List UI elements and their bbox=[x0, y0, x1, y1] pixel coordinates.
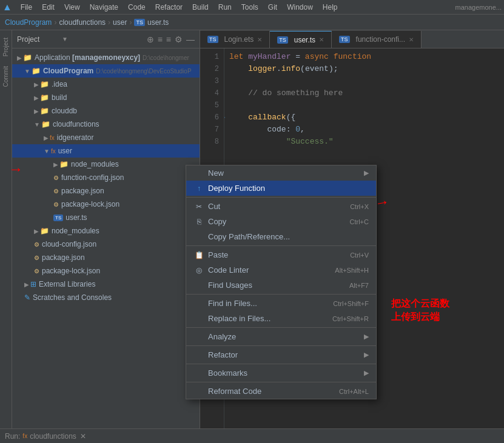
expand-arrow: ▼ bbox=[34, 121, 40, 128]
ctx-label-cut: Cut bbox=[208, 202, 350, 211]
submenu-arrow-refactor: ▶ bbox=[364, 351, 369, 359]
breadcrumb-part-2[interactable]: cloudfunctions bbox=[59, 18, 106, 27]
tree-item-cloudprogram[interactable]: ▼ 📁 CloudProgram D:\code\hongmeng\DevEco… bbox=[12, 64, 200, 78]
tab-close-icon[interactable]: ✕ bbox=[409, 36, 414, 43]
tree-item-clouddb[interactable]: ▶ 📁 clouddb bbox=[12, 104, 200, 118]
settings-icon[interactable]: ⚙ bbox=[175, 35, 183, 44]
tree-item-idea[interactable]: ▶ 📁 .idea bbox=[12, 78, 200, 91]
locate-icon[interactable]: ⊕ bbox=[147, 35, 154, 44]
ctx-item-cut[interactable]: ✂ Cut Ctrl+X bbox=[186, 199, 376, 214]
tab-user-ts[interactable]: TS user.ts ✕ bbox=[270, 31, 332, 48]
item-label: build bbox=[52, 93, 67, 102]
item-label: user.ts bbox=[66, 213, 87, 222]
breadcrumb-part-1[interactable]: CloudProgram bbox=[5, 18, 52, 27]
submenu-arrow-analyze: ▶ bbox=[364, 333, 369, 341]
ctx-label-find-usages: Find Usages bbox=[208, 281, 349, 290]
menu-edit[interactable]: Edit bbox=[37, 2, 59, 13]
expand-icon[interactable]: ≡ bbox=[166, 35, 171, 44]
tab-login[interactable]: TS Login.ets ✕ bbox=[200, 31, 270, 48]
tree-item-user-ts[interactable]: TS user.ts bbox=[12, 211, 200, 224]
menu-build[interactable]: Build bbox=[187, 2, 213, 13]
run-fx-icon: fx bbox=[22, 433, 27, 439]
tree-item-user[interactable]: ▼ fx user bbox=[12, 144, 200, 158]
shortcut-find-files: Ctrl+Shift+F bbox=[333, 300, 369, 307]
separator bbox=[186, 382, 376, 382]
folder-icon: 📁 bbox=[41, 120, 50, 128]
item-label: idgenerator bbox=[57, 133, 94, 142]
lib-icon: ⊞ bbox=[30, 280, 36, 288]
ctx-item-refactor[interactable]: Refactor ▶ bbox=[186, 347, 376, 362]
ctx-item-find-usages[interactable]: Find Usages Alt+F7 bbox=[186, 278, 376, 293]
menu-help[interactable]: Help bbox=[318, 2, 343, 13]
ctx-item-reformat[interactable]: Reformat Code Ctrl+Alt+L bbox=[186, 384, 376, 399]
project-panel-header: Project ▼ ⊕ ≡ ≡ ⚙ — bbox=[12, 30, 200, 48]
ctx-item-new[interactable]: New ▶ bbox=[186, 165, 376, 181]
tree-item-scratches[interactable]: ✎ Scratches and Consoles bbox=[12, 291, 200, 304]
ctx-item-copy[interactable]: ⎘ Copy Ctrl+C bbox=[186, 214, 376, 229]
ctx-item-code-linter[interactable]: ◎ Code Linter Alt+Shift+H bbox=[186, 262, 376, 278]
item-label: package-lock.json bbox=[42, 267, 100, 275]
file-icon: ⚙ bbox=[34, 255, 39, 261]
scratch-icon: ✎ bbox=[24, 293, 30, 302]
breadcrumb-sep-1: › bbox=[54, 18, 56, 27]
tab-close-icon[interactable]: ✕ bbox=[319, 36, 324, 43]
menu-refactor[interactable]: Refactor bbox=[150, 2, 187, 13]
tree-item-idgenerator[interactable]: ▶ fx idgenerator bbox=[12, 131, 200, 144]
tree-item-cloud-config[interactable]: ⚙ cloud-config.json bbox=[12, 238, 200, 251]
menu-git[interactable]: Git bbox=[263, 2, 282, 13]
ctx-item-paste[interactable]: 📋 Paste Ctrl+V bbox=[186, 247, 376, 262]
ctx-label-bookmarks: Bookmarks bbox=[208, 368, 364, 378]
run-close-icon[interactable]: ✕ bbox=[80, 432, 86, 441]
tree-item-function-config[interactable]: ⚙ function-config.json bbox=[12, 171, 200, 184]
menu-file[interactable]: File bbox=[16, 2, 37, 13]
menu-view[interactable]: View bbox=[59, 2, 85, 13]
breadcrumb-part-4[interactable]: user.ts bbox=[147, 18, 169, 27]
sidebar-item-project[interactable]: Project bbox=[1, 33, 10, 61]
ctx-item-copy-path[interactable]: Copy Path/Reference... bbox=[186, 229, 376, 244]
menu-tools[interactable]: Tools bbox=[237, 2, 263, 13]
panel-dropdown-icon[interactable]: ▼ bbox=[62, 36, 104, 42]
ctx-label-replace-files: Replace in Files... bbox=[208, 314, 332, 323]
item-label: user bbox=[58, 147, 72, 155]
tree-item-package-json-root[interactable]: ⚙ package.json bbox=[12, 251, 200, 264]
menu-window[interactable]: Window bbox=[282, 2, 318, 13]
tree-item-node-modules-user[interactable]: ▶ 📁 node_modules bbox=[12, 158, 200, 171]
code-line-2: logger.info(event); bbox=[229, 63, 499, 75]
folder-icon: 📁 bbox=[59, 160, 69, 168]
sidebar-item-commit[interactable]: Commit bbox=[1, 61, 10, 92]
ctx-item-bookmarks[interactable]: Bookmarks ▶ bbox=[186, 365, 376, 381]
tree-item-cloudfunctions[interactable]: ▼ 📁 cloudfunctions bbox=[12, 118, 200, 131]
shortcut-copy: Ctrl+C bbox=[350, 218, 369, 225]
menu-run[interactable]: Run bbox=[213, 2, 237, 13]
tree-item-package-json[interactable]: ⚙ package.json bbox=[12, 184, 200, 198]
tree-item-external-libraries[interactable]: ▶ ⊞ External Libraries bbox=[12, 278, 200, 291]
ctx-item-analyze[interactable]: Analyze ▶ bbox=[186, 329, 376, 344]
breadcrumb-part-3[interactable]: user bbox=[113, 18, 127, 27]
tree-item-application[interactable]: ▶ 📁 Application [managemoneyxcy] D:\code… bbox=[12, 51, 200, 64]
tab-function-config[interactable]: TS function-confi... ✕ bbox=[332, 31, 422, 48]
ctx-label-reformat: Reformat Code bbox=[208, 387, 339, 396]
project-tree: ▶ 📁 Application [managemoneyxcy] D:\code… bbox=[12, 48, 200, 428]
file-type-badge: TS bbox=[134, 19, 145, 26]
tree-item-package-lock[interactable]: ⚙ package-lock.json bbox=[12, 198, 200, 211]
ctx-item-replace-files[interactable]: Replace in Files... Ctrl+Shift+R bbox=[186, 311, 376, 326]
fx-badge: fx bbox=[51, 148, 56, 155]
item-label: clouddb bbox=[52, 107, 77, 115]
folder-icon: 📁 bbox=[40, 80, 49, 88]
collapse-icon[interactable]: ≡ bbox=[158, 35, 163, 44]
context-menu: New ▶ ↑ Deploy Function ✂ Cut Ctrl+X ⎘ C… bbox=[186, 165, 377, 399]
menu-code[interactable]: Code bbox=[123, 2, 150, 13]
tree-item-package-lock-root[interactable]: ⚙ package-lock.json bbox=[12, 264, 200, 278]
menu-navigate[interactable]: Navigate bbox=[85, 2, 123, 13]
ctx-label-copy-path: Copy Path/Reference... bbox=[208, 232, 369, 241]
close-panel-icon[interactable]: — bbox=[186, 35, 195, 44]
ts-badge: TS bbox=[207, 36, 218, 43]
expand-arrow: ▼ bbox=[24, 68, 30, 75]
tree-item-node-modules-root[interactable]: ▶ 📁 node_modules bbox=[12, 224, 200, 238]
ctx-item-deploy[interactable]: ↑ Deploy Function bbox=[186, 181, 376, 196]
ctx-item-find-files[interactable]: Find in Files... Ctrl+Shift+F bbox=[186, 296, 376, 311]
tree-item-build[interactable]: ▶ 📁 build bbox=[12, 91, 200, 104]
tab-close-icon[interactable]: ✕ bbox=[257, 36, 262, 43]
expand-arrow: ▼ bbox=[44, 148, 50, 155]
tab-label: Login.ets bbox=[224, 35, 254, 44]
